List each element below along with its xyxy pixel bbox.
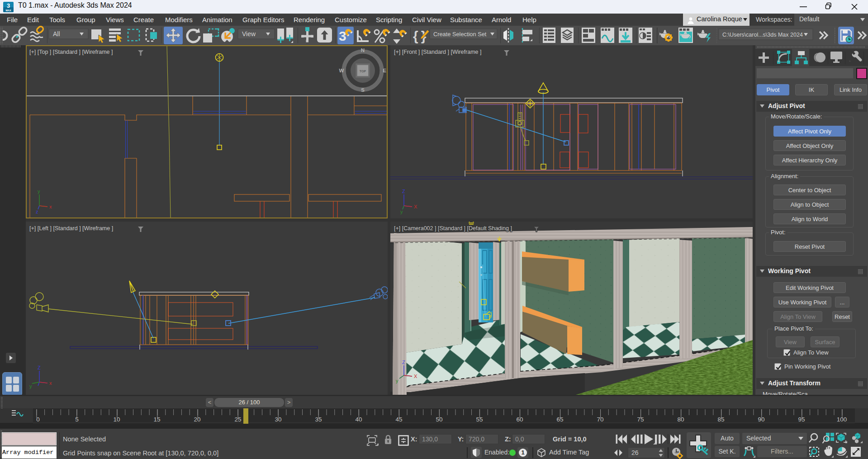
svg-text:E: E — [383, 68, 386, 73]
svg-text:y: y — [29, 383, 32, 389]
svg-text:x: x — [49, 380, 52, 386]
svg-text:75: 75 — [637, 416, 644, 423]
svg-text:Z: Z — [38, 365, 41, 370]
svg-text:[+] [Left ] [Standard ] [Wiref: [+] [Left ] [Standard ] [Wireframe ] — [29, 225, 113, 232]
svg-text:y: y — [396, 378, 398, 383]
svg-text:35: 35 — [315, 416, 322, 423]
svg-text:3: 3 — [339, 28, 346, 43]
svg-text:30: 30 — [275, 416, 281, 423]
svg-text:95: 95 — [798, 416, 805, 423]
svg-text:85: 85 — [717, 416, 724, 423]
svg-text:3: 3 — [7, 2, 10, 9]
svg-text:15: 15 — [153, 416, 160, 423]
svg-text:65: 65 — [556, 416, 563, 423]
svg-text:55: 55 — [476, 416, 483, 423]
svg-text:W: W — [339, 68, 344, 73]
svg-text:Z: Z — [402, 360, 405, 365]
svg-text:x: x — [49, 204, 52, 209]
svg-text:TOP: TOP — [360, 70, 366, 73]
svg-text:[+] [Top ] [Standard ] [Wirefr: [+] [Top ] [Standard ] [Wireframe ] — [29, 49, 113, 55]
svg-text:10: 10 — [113, 416, 120, 423]
svg-text:X: X — [414, 204, 417, 209]
svg-text:View: View — [242, 30, 256, 38]
svg-text:90: 90 — [758, 416, 764, 423]
svg-text:C:\Users\carol...s\3ds Max 202: C:\Users\carol...s\3ds Max 2024 — [722, 32, 803, 38]
svg-text:60: 60 — [516, 416, 523, 423]
svg-text:MAX: MAX — [5, 9, 11, 12]
svg-text:80: 80 — [677, 416, 684, 423]
svg-text:[+] [Camera002 ] [Standard ] [: [+] [Camera002 ] [Standard ] [Default Sh… — [394, 225, 512, 232]
svg-text:100: 100 — [837, 416, 847, 423]
svg-text:Create Selection Set: Create Selection Set — [433, 31, 487, 38]
svg-text:70: 70 — [597, 416, 603, 423]
svg-text:25: 25 — [234, 416, 241, 423]
svg-text:z: z — [36, 209, 38, 214]
svg-text:40: 40 — [355, 416, 362, 423]
svg-text:45: 45 — [395, 416, 402, 423]
svg-text:All: All — [53, 30, 60, 38]
svg-text:[+] [Front ] [Standard ] [Wire: [+] [Front ] [Standard ] [Wireframe ] — [394, 49, 481, 55]
svg-text:5: 5 — [75, 416, 79, 423]
svg-text:N: N — [361, 47, 365, 53]
svg-text:y: y — [38, 189, 40, 194]
svg-text:X: X — [414, 374, 417, 379]
svg-text:0: 0 — [36, 416, 40, 423]
svg-text:Z: Z — [402, 189, 405, 194]
svg-text:y: y — [400, 209, 403, 214]
svg-text:50: 50 — [436, 416, 442, 423]
svg-text:S: S — [361, 87, 365, 93]
svg-text:20: 20 — [194, 416, 200, 423]
